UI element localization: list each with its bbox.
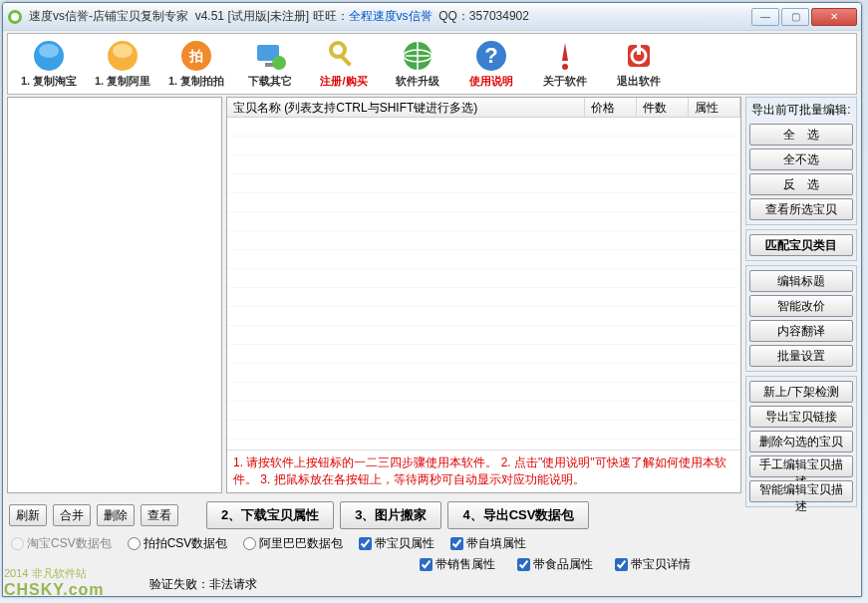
toolbar: 1. 复制淘宝1. 复制阿里拍1. 复制拍拍下载其它注册/购买软件升级?使用说明… [7, 33, 857, 95]
register-buy-button[interactable]: 注册/购买 [307, 36, 381, 92]
copy-ali-button[interactable]: 1. 复制阿里 [86, 36, 159, 92]
svg-text:拍: 拍 [188, 48, 203, 64]
radio-taobao-csv[interactable]: 淘宝CSV数据包 [11, 535, 112, 552]
step3-move-images-button[interactable]: 3、图片搬家 [340, 501, 441, 529]
col-name[interactable]: 宝贝名称 (列表支持CTRL与SHIFT键进行多选) [227, 98, 585, 117]
chk-with-fill-attr[interactable]: 带自填属性 [450, 535, 526, 552]
app-icon [7, 9, 23, 25]
exit-icon [622, 39, 656, 73]
svg-point-1 [11, 13, 19, 21]
svg-point-3 [39, 44, 59, 58]
shelf-detect-button[interactable]: 新上/下架检测 [749, 381, 853, 403]
match-category-button[interactable]: 匹配宝贝类目 [749, 234, 853, 256]
select-all-button[interactable]: 全 选 [749, 124, 853, 146]
radio-paipai-csv[interactable]: 拍拍CSV数据包 [128, 535, 228, 552]
bottom-actions: 刷新 合并 删除 查看 2、下载宝贝属性 3、图片搬家 4、导出CSV数据包 [3, 497, 861, 533]
globe-icon [401, 39, 434, 73]
download-other-button[interactable]: 下载其它 [233, 36, 307, 92]
translate-button[interactable]: 内容翻译 [749, 320, 853, 342]
radio-alibaba-csv[interactable]: 阿里巴巴数据包 [243, 535, 343, 552]
software-upgrade-button[interactable]: 软件升级 [381, 36, 454, 92]
invert-select-button[interactable]: 反 选 [749, 173, 853, 195]
step2-download-attr-button[interactable]: 2、下载宝贝属性 [206, 501, 334, 529]
col-attr[interactable]: 属性 [689, 98, 740, 117]
exit-software-button[interactable]: 退出软件 [602, 36, 676, 92]
chk-with-food-attr[interactable]: 带食品属性 [517, 556, 593, 573]
copy-taobao-button[interactable]: 1. 复制淘宝 [12, 36, 86, 92]
status-text: 验证失败：非法请求 [149, 576, 257, 593]
list-rows[interactable] [227, 118, 740, 450]
window-title: 速度vs信誉-店铺宝贝复制专家 v4.51 [试用版|未注册] 旺旺：全程速度v… [29, 8, 751, 25]
titlebar: 速度vs信誉-店铺宝贝复制专家 v4.51 [试用版|未注册] 旺旺：全程速度v… [3, 3, 861, 31]
view-selected-button[interactable]: 查看所选宝贝 [749, 198, 853, 220]
side-panel: 导出前可批量编辑: 全 选 全不选 反 选 查看所选宝贝 匹配宝贝类目 编辑标题… [745, 97, 857, 493]
side-title: 导出前可批量编辑: [749, 102, 853, 119]
usage-help-button[interactable]: ?使用说明 [454, 36, 528, 92]
key-icon [327, 39, 361, 73]
svg-text:?: ? [484, 43, 497, 68]
about-software-button[interactable]: 关于软件 [528, 36, 602, 92]
help-icon: ? [474, 39, 508, 73]
copy-paipai-button[interactable]: 拍1. 复制拍拍 [159, 36, 233, 92]
svg-rect-12 [339, 54, 352, 67]
delete-checked-button[interactable]: 删除勾选的宝贝 [749, 431, 853, 452]
svg-point-5 [113, 44, 133, 58]
col-count[interactable]: 件数 [637, 98, 689, 117]
edit-title-button[interactable]: 编辑标题 [749, 270, 853, 292]
exclaim-icon [548, 39, 582, 73]
left-tree-panel [7, 97, 222, 493]
hint-text: 1. 请按软件上按钮标的一二三四步骤使用本软件。 2. 点击"使用说明"可快速了… [227, 450, 740, 492]
col-price[interactable]: 价格 [585, 98, 637, 117]
taobao-icon [32, 39, 66, 73]
refresh-button[interactable]: 刷新 [9, 504, 47, 526]
watermark: 2014 非凡软件站 CHSKY.com [4, 566, 105, 599]
svg-point-10 [272, 56, 286, 70]
view-button[interactable]: 查看 [141, 504, 178, 526]
item-list: 宝贝名称 (列表支持CTRL与SHIFT键进行多选) 价格 件数 属性 1. 请… [226, 97, 741, 493]
list-header: 宝贝名称 (列表支持CTRL与SHIFT键进行多选) 价格 件数 属性 [227, 98, 740, 118]
smart-price-button[interactable]: 智能改价 [749, 295, 853, 317]
chk-with-sale-attr[interactable]: 带销售属性 [420, 556, 495, 573]
batch-set-button[interactable]: 批量设置 [749, 345, 853, 367]
chk-with-attr[interactable]: 带宝贝属性 [359, 535, 434, 552]
delete-button[interactable]: 删除 [97, 504, 135, 526]
paipai-icon: 拍 [179, 39, 213, 73]
merge-button[interactable]: 合并 [53, 504, 91, 526]
chk-with-detail[interactable]: 带宝贝详情 [615, 556, 691, 573]
export-links-button[interactable]: 导出宝贝链接 [749, 406, 853, 428]
svg-rect-20 [637, 45, 641, 55]
maximize-button[interactable]: ▢ [781, 8, 809, 26]
close-button[interactable]: ✕ [811, 8, 857, 26]
minimize-button[interactable]: — [751, 8, 779, 26]
monitor-icon [253, 39, 287, 73]
manual-desc-button[interactable]: 手工编辑宝贝描述 [749, 455, 853, 477]
svg-point-17 [562, 64, 568, 70]
ali-icon [106, 39, 140, 73]
step4-export-csv-button[interactable]: 4、导出CSV数据包 [447, 501, 589, 529]
select-none-button[interactable]: 全不选 [749, 149, 853, 170]
smart-desc-button[interactable]: 智能编辑宝贝描述 [749, 480, 853, 502]
